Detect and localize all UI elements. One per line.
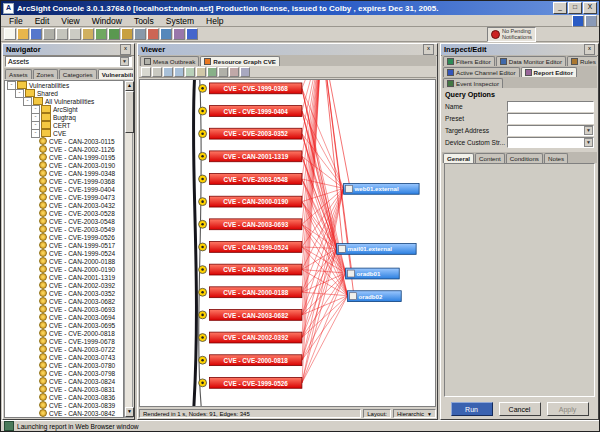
help-window-icon[interactable]	[585, 15, 597, 27]
globe-view-icon[interactable]	[160, 28, 172, 40]
viewer-tab-resource-graph-cve[interactable]: Resource Graph CVE	[200, 56, 280, 66]
tree-item[interactable]: CVE - CAN-2001-1319	[5, 273, 123, 281]
inspector-close-icon[interactable]: x	[584, 44, 595, 55]
nav-tab-assets[interactable]: Assets	[5, 69, 32, 79]
tree-item[interactable]: CVE - CAN-1999-0517	[5, 241, 123, 249]
tab-report-editor[interactable]: Report Editor	[521, 67, 578, 77]
open-folder-icon[interactable]	[17, 28, 29, 40]
tab-rules-editor[interactable]: Rules Editor	[567, 56, 597, 66]
notifications-box[interactable]: No Pending Notifications	[487, 27, 536, 42]
tree-item[interactable]: CVE - CAN-2003-0682	[5, 297, 123, 305]
viewer-close-icon[interactable]: x	[423, 44, 434, 55]
tree-item[interactable]: CVE - CAN-2003-0432	[5, 201, 123, 209]
menu-view[interactable]: View	[55, 16, 85, 26]
redo-icon[interactable]	[108, 28, 120, 40]
print-icon[interactable]	[43, 28, 55, 40]
tree-item[interactable]: CVE - CAN-2003-0115	[5, 137, 123, 145]
tree-item[interactable]: CVE - CAN-2003-0836	[5, 393, 123, 401]
layout-options-icon[interactable]	[240, 67, 250, 77]
editor-tab-conditions[interactable]: Conditions	[506, 153, 543, 163]
tree-item[interactable]: CVE - CAN-2003-0831	[5, 385, 123, 393]
nav-tab-zones[interactable]: Zones	[33, 69, 58, 79]
refresh-icon[interactable]	[207, 67, 217, 77]
field-target-address-dropdown[interactable]: ▼	[507, 125, 594, 136]
menu-system[interactable]: System	[160, 16, 200, 26]
tree-item[interactable]: -CVE	[5, 129, 123, 137]
print-graph-icon[interactable]	[218, 67, 228, 77]
run-button[interactable]: Run	[451, 402, 493, 416]
tree-item[interactable]: CVE - CAN-2003-0798	[5, 369, 123, 377]
minimize-button[interactable]: _	[553, 2, 567, 14]
tab-event-inspector[interactable]: Event Inspector	[443, 78, 503, 88]
title-bar[interactable]: A ArcSight Console 3.0.1.3768.0 [localho…	[1, 1, 599, 15]
select-tool-icon[interactable]	[141, 67, 151, 77]
tree-item[interactable]: CVE - CAN-2003-0824	[5, 377, 123, 385]
save-icon[interactable]	[30, 28, 42, 40]
tree-item[interactable]: CVE - CAN-2003-0694	[5, 313, 123, 321]
overview-icon[interactable]	[196, 67, 206, 77]
navigator-close-icon[interactable]: x	[120, 44, 131, 55]
pan-tool-icon[interactable]	[152, 67, 162, 77]
tree-item[interactable]: CVE - CAN-2003-0780	[5, 361, 123, 369]
tree-item[interactable]: CVE - CAN-2003-0842	[5, 409, 123, 417]
tree-scrollbar[interactable]: ▲ ▼	[124, 80, 133, 418]
cut-icon[interactable]	[56, 28, 68, 40]
grid-view-icon[interactable]	[134, 28, 146, 40]
tree-item[interactable]: CVE - CAN-1999-0524	[5, 249, 123, 257]
field-preset-input[interactable]	[507, 113, 594, 124]
tree-item[interactable]: CVE - CVE-2003-0548	[5, 217, 123, 225]
export-graph-icon[interactable]	[229, 67, 239, 77]
tree-item[interactable]: CVE - CVE-1999-0368	[5, 177, 123, 185]
tree-item[interactable]: -Bugtraq	[5, 113, 123, 121]
graph-canvas[interactable]: CVE - CVE-1999-0368CVE - CVE-1999-0404CV…	[139, 79, 436, 407]
navigator-header[interactable]: Navigator x	[3, 44, 134, 56]
knowledge-base-icon[interactable]	[173, 28, 185, 40]
help-icon[interactable]	[186, 28, 198, 40]
menu-window[interactable]: Window	[86, 16, 128, 26]
tree-expand-toggle[interactable]: -	[31, 129, 40, 138]
tree-item[interactable]: CVE - CAN-2003-0190	[5, 161, 123, 169]
tree-item[interactable]: -ArcSight	[5, 105, 123, 113]
field-device-custom-str-dropdown[interactable]: ▼	[507, 137, 594, 148]
new-file-icon[interactable]	[4, 28, 16, 40]
nav-tab-vulnerabilities[interactable]: Vulnerabilities	[98, 69, 133, 79]
viewer-tab-mesa-outbreak[interactable]: Mesa Outbreak	[140, 56, 199, 66]
zoom-out-icon[interactable]	[174, 67, 184, 77]
scroll-up-icon[interactable]: ▲	[125, 81, 134, 91]
arcsight-logo-icon[interactable]	[572, 15, 584, 27]
tree-item[interactable]: CVE - CAN-2002-0392	[5, 281, 123, 289]
tree-item[interactable]: CVE - CAN-2002-1126	[5, 145, 123, 153]
layout-dropdown[interactable]: Hierarchic ▼	[393, 409, 436, 418]
scroll-down-icon[interactable]: ▼	[125, 407, 134, 417]
copy-icon[interactable]	[69, 28, 81, 40]
tree-item[interactable]: CVE - CAN-2000-0188	[5, 257, 123, 265]
menu-edit[interactable]: Edit	[29, 16, 56, 26]
lock-icon[interactable]	[121, 28, 133, 40]
tab-filters-editor[interactable]: Filters Editor	[443, 56, 495, 66]
tree-item[interactable]: CVE - CVE-2000-0818	[5, 329, 123, 337]
tree-item[interactable]: CVE - CVE-1999-0678	[5, 337, 123, 345]
resource-type-dropdown[interactable]: Assets ▼	[5, 56, 132, 67]
fit-view-icon[interactable]	[185, 67, 195, 77]
chart-view-icon[interactable]	[147, 28, 159, 40]
tree-item[interactable]: CVE - CAN-2000-0190	[5, 265, 123, 273]
tree-item[interactable]: CVE - CAN-2003-0693	[5, 305, 123, 313]
menu-help[interactable]: Help	[200, 16, 229, 26]
menu-file[interactable]: File	[3, 16, 29, 26]
tree-item[interactable]: CVE - CAN-1999-0195	[5, 153, 123, 161]
tree-item[interactable]: CVE - CVE-1999-0473	[5, 193, 123, 201]
tree-item[interactable]: CVE - CVE-1999-0526	[5, 233, 123, 241]
nav-tab-categories[interactable]: Categories	[59, 69, 97, 79]
scroll-thumb[interactable]	[125, 91, 134, 133]
tree-item[interactable]: CVE - CAN-2003-0722	[5, 345, 123, 353]
tree-item[interactable]: CVE - CVE-2003-0528	[5, 209, 123, 217]
menu-tools[interactable]: Tools	[128, 16, 160, 26]
tree-item[interactable]: CVE - CVE-2003-0549	[5, 225, 123, 233]
tab-active-channel-editor[interactable]: Active Channel Editor	[443, 67, 520, 77]
maximize-button[interactable]: □	[568, 2, 582, 14]
editor-tab-content[interactable]: Content	[475, 153, 505, 163]
field-name-input[interactable]	[507, 101, 594, 112]
editor-tab-general[interactable]: General	[443, 153, 474, 163]
apply-button[interactable]: Apply	[547, 402, 589, 416]
tree-item[interactable]: -CERT	[5, 121, 123, 129]
